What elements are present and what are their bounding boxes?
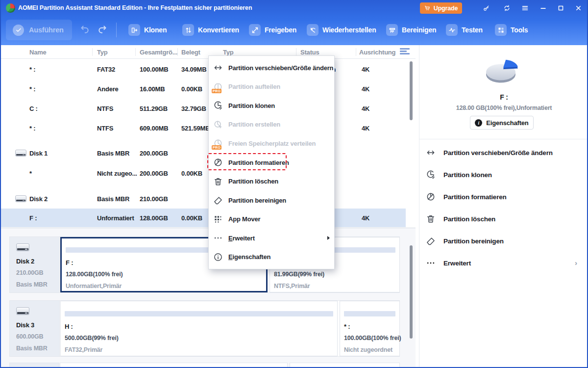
- row-name: Disk 2: [29, 189, 48, 209]
- row-fs: Andere: [97, 79, 119, 99]
- titlebar: AOMEI Partition Assistant Standard Editi…: [0, 0, 588, 16]
- menu-item-properties[interactable]: Eigenschaften: [209, 247, 334, 266]
- sidebar-action-move-resize[interactable]: Partition verschieben/Größe ändern: [426, 147, 553, 158]
- usage-bar: [65, 311, 333, 316]
- menu-item-clone[interactable]: Partition klonen: [209, 96, 334, 115]
- disk-type: Basis MBR: [16, 281, 48, 288]
- row-used: 0.00KB: [181, 79, 202, 99]
- table-scrollbar[interactable]: [410, 61, 413, 120]
- toolbar-item-tools[interactable]: Tools: [495, 24, 528, 36]
- sidebar: F : 128.00 GB(100% frei),Unformatiert i …: [419, 45, 588, 368]
- column-header-ausrichtung[interactable]: Ausrichtung: [359, 45, 395, 59]
- row-total: 609.00MB: [140, 118, 168, 138]
- menu-item-move-resize[interactable]: Partition verschieben/Größe ändern: [209, 58, 334, 78]
- disk-label-panel[interactable]: Disk 2 210.00GB Basis MBR: [10, 237, 60, 292]
- menu-item-wipe[interactable]: Partition bereinigen: [209, 191, 334, 210]
- disk-label-panel[interactable]: Disk 3 600.00GB Basis MBR: [10, 301, 60, 356]
- partition-box-partial: [290, 363, 400, 368]
- row-name: * :: [29, 59, 35, 79]
- disk-icon: [15, 189, 26, 209]
- clone-icon: [128, 24, 140, 36]
- apply-label: Ausführen: [29, 26, 64, 34]
- partition-info: 100.00GB(100% frei): [344, 335, 401, 342]
- sidebar-action-clone[interactable]: Partition klonen: [426, 169, 492, 181]
- close-icon[interactable]: [574, 4, 583, 12]
- partition-box-unallocated[interactable]: * : 100.00GB(100% frei) Nicht zugeordnet: [340, 301, 400, 356]
- menu-icon[interactable]: [521, 4, 529, 12]
- table-row[interactable]: * Nicht zugeo... 200.00GB 0.00KB: [0, 163, 416, 183]
- apply-button[interactable]: Ausführen: [6, 20, 72, 40]
- more-dots-icon: [426, 258, 436, 268]
- disk-name: Disk 3: [16, 321, 34, 329]
- info-icon: [213, 252, 223, 262]
- table-row[interactable]: * : NTFS 609.00MB 521.59MB 4K: [0, 118, 416, 138]
- pro-badge: PRO: [212, 89, 221, 93]
- column-header-gesamt[interactable]: Gesamtgrö...: [140, 45, 177, 59]
- row-align: 4K: [362, 209, 369, 227]
- toolbar-item-testen[interactable]: Testen: [446, 24, 483, 36]
- partition-box-h[interactable]: H : 500.00GB(99% frei) FAT32,Primär: [60, 301, 338, 356]
- undo-button[interactable]: [78, 24, 91, 36]
- license-key-icon[interactable]: [482, 4, 490, 12]
- row-total: 200.00GB: [140, 143, 168, 163]
- volume-name: F :: [419, 93, 588, 101]
- sidebar-action-delete[interactable]: Partition löschen: [426, 213, 495, 225]
- context-menu: Partition verschieben/Größe ändern PRO P…: [208, 55, 335, 269]
- tools-grid-icon: [495, 24, 507, 36]
- column-header-belegt[interactable]: Belegt: [181, 45, 200, 59]
- format-icon: [213, 158, 223, 167]
- row-name: C :: [29, 99, 38, 118]
- redo-button[interactable]: [96, 24, 109, 36]
- column-header-typ[interactable]: Typ: [97, 45, 108, 59]
- row-used: 32.79GB: [181, 99, 206, 118]
- menu-item-create: Partition erstellen: [209, 115, 334, 134]
- row-fs: NTFS: [97, 118, 113, 138]
- toolbar-item-bereinigen[interactable]: Bereinigen: [386, 24, 436, 36]
- partition-fs: FAT32,Primär: [65, 346, 102, 353]
- toolbar-item-freigeben[interactable]: Freigeben: [249, 24, 296, 36]
- table-row[interactable]: C : NTFS 511.29GB 32.79GB 4K: [0, 99, 416, 118]
- row-total: 100.00MB: [140, 59, 168, 79]
- upgrade-button[interactable]: Upgrade: [420, 2, 462, 14]
- table-row-selected[interactable]: F : Unformatiert 128.00GB 0.00KB 4K: [0, 209, 406, 227]
- row-align: 4K: [362, 59, 369, 79]
- toolbar-item-wiederherstellen[interactable]: Wiederherstellen: [307, 24, 376, 36]
- header-separator: [135, 48, 136, 56]
- refresh-icon[interactable]: [503, 4, 511, 12]
- minimize-icon[interactable]: [539, 4, 547, 12]
- window-chrome: AOMEI Partition Assistant Standard Editi…: [0, 0, 588, 45]
- menu-item-app-mover[interactable]: App Mover: [209, 210, 334, 229]
- toolbar-item-konvertieren[interactable]: Konvertieren: [182, 24, 239, 36]
- sidebar-action-advanced[interactable]: Erweitert: [426, 257, 471, 269]
- partition-name: * :: [344, 323, 350, 330]
- column-header-name[interactable]: Name: [29, 45, 47, 59]
- disk-name: Disk 2: [16, 258, 34, 265]
- table-row[interactable]: * : FAT32 100.00MB 34.09MB System 4K: [0, 59, 416, 79]
- maximize-icon[interactable]: [557, 4, 565, 12]
- create-partition-icon: [213, 120, 223, 130]
- disk-area-scrollbar[interactable]: [410, 245, 413, 339]
- menu-item-advanced[interactable]: Erweitert: [209, 229, 334, 248]
- toolbar-item-klonen[interactable]: Klonen: [128, 24, 167, 36]
- restore-icon: [307, 24, 318, 36]
- app-mover-icon: [213, 214, 223, 224]
- clone-partition-icon: [426, 170, 436, 180]
- partition-fs: Unformatiert,Primär: [66, 283, 122, 289]
- properties-button[interactable]: i Eigenschaften: [470, 116, 534, 130]
- row-fs: Basis MBR: [97, 143, 129, 163]
- table-row-disk[interactable]: Disk 2 Basis MBR 210.00GB: [0, 189, 416, 209]
- row-name: * :: [29, 79, 35, 99]
- table-row-disk[interactable]: Disk 1 Basis MBR 200.00GB: [0, 143, 416, 163]
- row-name: Disk 1: [29, 143, 48, 163]
- menu-item-format[interactable]: Partition formatieren: [209, 153, 334, 172]
- disk-card-disk3: Disk 3 600.00GB Basis MBR H : 500.00GB(9…: [9, 300, 400, 357]
- sidebar-action-format[interactable]: Partition formatieren: [426, 191, 507, 203]
- column-config-icon[interactable]: [400, 48, 410, 56]
- table-row[interactable]: * : Andere 16.00MB 0.00KB 4K: [0, 79, 416, 99]
- menu-item-delete[interactable]: Partition löschen: [209, 172, 334, 191]
- header-separator: [356, 48, 356, 56]
- disk-panel-area: Disk 2 210.00GB Basis MBR F : 128.00GB(1…: [0, 228, 416, 367]
- shredder-icon: [386, 24, 398, 36]
- share-icon: [249, 24, 261, 36]
- sidebar-action-wipe[interactable]: Partition bereinigen: [426, 235, 504, 247]
